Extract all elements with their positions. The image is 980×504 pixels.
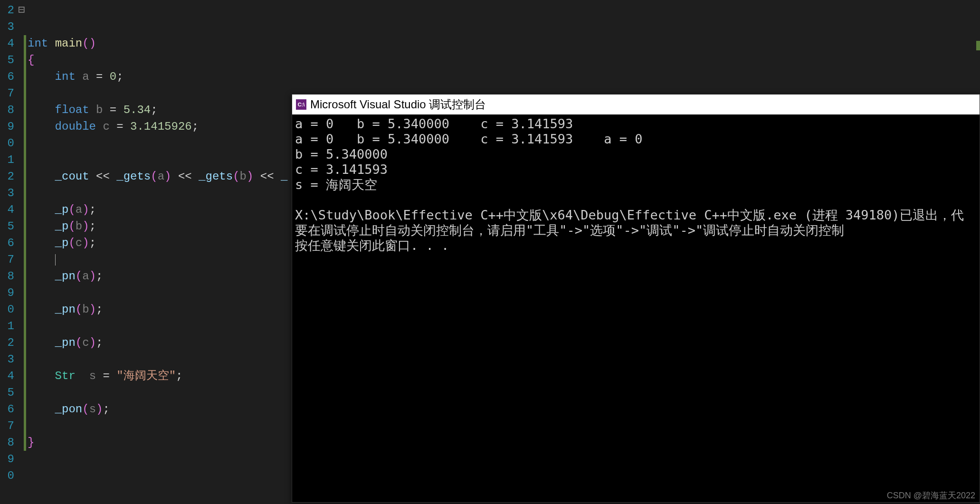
line-number: 1 <box>0 152 14 168</box>
fold-column[interactable]: ⊟ <box>18 0 28 504</box>
line-number: 7 <box>0 418 14 434</box>
console-output[interactable]: a = 0 b = 5.340000 c = 3.141593 a = 0 b … <box>292 114 980 255</box>
line-number: 5 <box>0 384 14 401</box>
line-number: 2 <box>0 334 14 351</box>
code-line[interactable]: int main() <box>28 35 980 52</box>
code-line[interactable]: { <box>28 52 980 68</box>
console-title: Microsoft Visual Studio 调试控制台 <box>310 97 486 112</box>
line-number: 3 <box>0 185 14 201</box>
line-number: 4 <box>0 368 14 384</box>
line-number: 7 <box>0 85 14 102</box>
line-number: 3 <box>0 351 14 368</box>
line-number: 2 <box>0 168 14 185</box>
line-number: 3 <box>0 19 14 35</box>
line-number: 1 <box>0 318 14 334</box>
line-number: 9 <box>0 285 14 301</box>
line-number: 8 <box>0 102 14 118</box>
code-line[interactable] <box>28 19 980 35</box>
watermark: CSDN @碧海蓝天2022 <box>887 490 975 501</box>
line-number: 0 <box>0 467 14 484</box>
line-number: 4 <box>0 35 14 52</box>
line-number: 5 <box>0 52 14 68</box>
line-number: 4 <box>0 201 14 218</box>
vs-console-icon: C:\ <box>296 99 306 110</box>
code-line[interactable]: int a = 0; <box>28 68 980 85</box>
line-number: 9 <box>0 451 14 467</box>
line-number: 6 <box>0 235 14 251</box>
line-number: 5 <box>0 218 14 235</box>
line-number: 6 <box>0 401 14 418</box>
line-number: 8 <box>0 434 14 451</box>
code-line[interactable] <box>28 2 980 19</box>
line-number: 0 <box>0 301 14 318</box>
line-number: 6 <box>0 68 14 85</box>
line-number: 7 <box>0 251 14 268</box>
line-number: 9 <box>0 118 14 135</box>
line-number: 8 <box>0 268 14 285</box>
fold-toggle-icon[interactable]: ⊟ <box>18 2 28 19</box>
line-number-gutter: 23456789012345678901234567890 <box>0 0 18 504</box>
line-number: 2 <box>0 2 14 19</box>
debug-console-window[interactable]: C:\ Microsoft Visual Studio 调试控制台 a = 0 … <box>292 94 980 503</box>
console-titlebar[interactable]: C:\ Microsoft Visual Studio 调试控制台 <box>292 95 980 114</box>
line-number: 0 <box>0 135 14 152</box>
